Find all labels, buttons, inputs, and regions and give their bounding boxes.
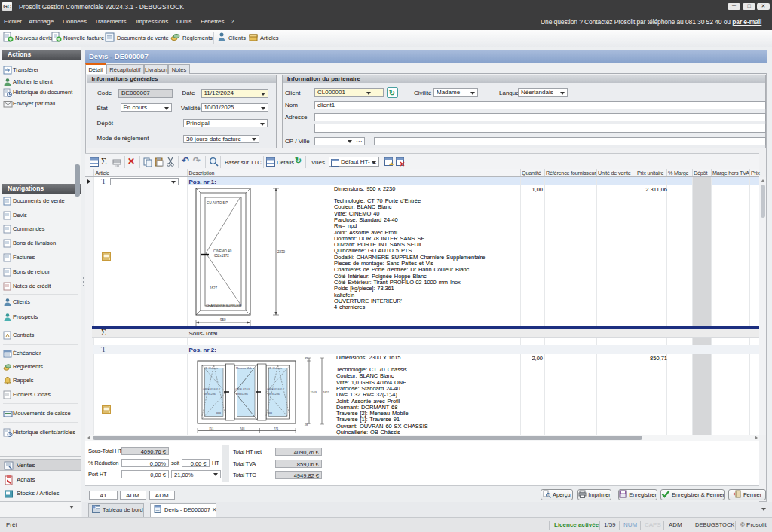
- svg-text:2230: 2230: [277, 250, 286, 254]
- svg-text:1503: 1503: [311, 391, 317, 394]
- svg-text:GRIS 4/16/4 C: GRIS 4/16/4 C: [267, 388, 285, 391]
- svg-text:751: 751: [209, 427, 213, 430]
- svg-text:1627: 1627: [210, 286, 218, 290]
- svg-text:OB Châssis: OB Châssis: [268, 367, 282, 370]
- svg-text:687x1286: 687x1286: [268, 393, 280, 396]
- svg-text:GRIS 4/16/4 C: GRIS 4/16/4 C: [203, 388, 221, 391]
- svg-text:950: 950: [220, 318, 226, 322]
- svg-text:687x1286: 687x1286: [204, 393, 216, 396]
- svg-text:888: 888: [216, 412, 221, 415]
- svg-text:686x1286: 686x1286: [236, 393, 248, 396]
- svg-text:85: 85: [305, 357, 308, 360]
- svg-text:CINEMO 40: CINEMO 40: [213, 249, 232, 253]
- svg-text:GRIS 4/16/4: GRIS 4/16/4: [235, 388, 250, 391]
- svg-text:GU AUTO 5 P: GU AUTO 5 P: [207, 201, 228, 205]
- svg-text:888: 888: [268, 412, 272, 415]
- svg-text:28: 28: [305, 423, 308, 427]
- svg-text:748: 748: [240, 427, 244, 430]
- svg-text:Meneau Mob: Meneau Mob: [236, 367, 252, 370]
- svg-text:CHARNIERE SUPPLEM: CHARNIERE SUPPLEM: [206, 304, 241, 307]
- svg-text:771: 771: [274, 427, 278, 430]
- svg-text:OB Châssis: OB Châssis: [204, 367, 218, 370]
- svg-text:1615: 1615: [323, 391, 329, 394]
- svg-text:652x1972: 652x1972: [214, 254, 229, 258]
